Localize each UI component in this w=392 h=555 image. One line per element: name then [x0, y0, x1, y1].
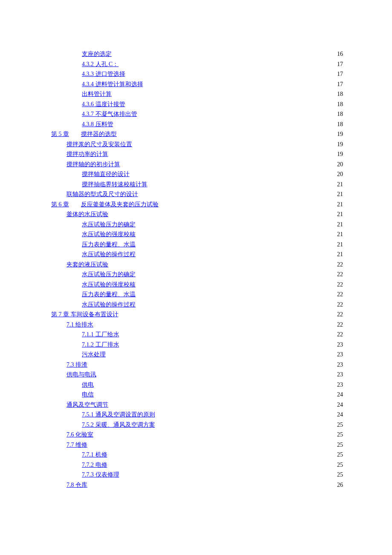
toc-link[interactable]: 水压试验的操作过程 [82, 300, 135, 310]
toc-link[interactable]: 搅拌器的选型 [81, 129, 117, 139]
toc-link[interactable]: 釜体的水压试验 [66, 209, 108, 220]
toc-link[interactable]: 压力表的量程、水温 [82, 240, 135, 250]
toc-page-number: 19 [336, 129, 343, 139]
toc-entry: 污水处理23 [51, 350, 343, 360]
toc-entry: 水压试验压力的确定21 [51, 220, 343, 230]
toc-link[interactable]: 7.1 给排水 [66, 320, 93, 330]
toc-leader [125, 70, 337, 76]
toc-page-number: 23 [336, 350, 343, 360]
toc-link[interactable]: 搅拌轴的的初步计算 [66, 159, 120, 170]
toc-link[interactable]: 通风及空气调节 [66, 400, 108, 410]
toc-entry: 供电23 [51, 380, 343, 390]
toc-leader [113, 120, 337, 126]
toc-link[interactable]: 联轴器的型式及尺寸的设计 [66, 189, 138, 199]
toc-link[interactable]: 7.5.2 采暖、通风及空调方案 [82, 420, 155, 430]
toc-leader [119, 471, 337, 477]
toc-page-number: 22 [336, 300, 343, 310]
toc-leader [108, 210, 336, 216]
toc-link[interactable]: 7.7.3 仪表修理 [82, 470, 119, 480]
toc-link[interactable]: 水压试验的强度校核 [82, 229, 135, 240]
toc-chapter-prefix[interactable]: 第 6 章 [51, 199, 69, 210]
toc-link[interactable]: 水压试验的操作过程 [82, 249, 135, 260]
toc-link[interactable]: 搅拌抽临界转速校核计算 [82, 179, 147, 190]
toc-chapter-prefix[interactable]: 第 5 章 [51, 129, 69, 139]
toc-entry: 第 6 章反应釜釜体及夹套的压力试验21 [51, 199, 343, 210]
toc-page-number: 21 [336, 249, 343, 260]
toc-link[interactable]: 4.3.4 进料管计算和选择 [82, 79, 143, 90]
toc-leader [112, 90, 336, 96]
toc-leader [87, 361, 336, 367]
toc-link[interactable]: 电信 [82, 390, 94, 400]
toc-link[interactable]: 7.3 排渣 [66, 360, 87, 370]
toc-link[interactable]: 压力表的量程、水温 [82, 289, 135, 300]
toc-entry: 搅拌抽临界转速校核计算21 [51, 179, 343, 190]
toc-leader [94, 390, 336, 396]
toc-link[interactable]: 搅拌功率的计算 [66, 149, 108, 159]
toc-entry: 7.6 化验室25 [51, 430, 343, 440]
toc-entry: 夹套的液压试验22 [51, 260, 343, 270]
toc-link[interactable]: 4.3.8 压料管 [82, 119, 113, 130]
toc-link[interactable]: 水压试验压力的确定 [82, 220, 135, 230]
toc-link[interactable]: 支座的选定 [82, 49, 112, 59]
toc-entry: 搅拌功率的计算19 [51, 149, 343, 159]
toc-entry: 搅拌浆的尺寸及安装位置19 [51, 139, 343, 150]
toc-leader [135, 290, 336, 296]
toc-link[interactable]: 4.3.6 温度计接管 [82, 99, 125, 110]
toc-entry: 搅拌轴的的初步计算20 [51, 159, 343, 170]
toc-page: 支座的选定164.3.2 人孔 C：174.3.3 进口管选择174.3.4 进… [0, 0, 392, 532]
toc-link[interactable]: 7.5.1 通风及空调设置的原则 [82, 410, 155, 420]
toc-entry: 7.3 排渣23 [51, 360, 343, 370]
toc-page-number: 21 [336, 189, 343, 199]
toc-link[interactable]: 7.7.2 电修 [82, 460, 107, 470]
toc-link[interactable]: 水压试验压力的确定 [82, 269, 135, 280]
toc-page-number: 23 [336, 370, 343, 380]
toc-leader [135, 230, 336, 236]
toc-page-number: 25 [336, 450, 343, 460]
toc-leader [87, 441, 336, 447]
toc-leader [138, 190, 336, 196]
toc-entry: 出料管计算18 [51, 89, 343, 99]
toc-entry: 水压试验压力的确定22 [51, 269, 343, 280]
toc-page-number: 21 [336, 220, 343, 230]
toc-leader [94, 381, 336, 387]
toc-link[interactable]: 4.3.2 人孔 C： [82, 59, 118, 69]
toc-page-number: 22 [336, 320, 343, 330]
toc-page-number: 19 [336, 139, 343, 150]
toc-link[interactable]: 水压试验的强度校核 [82, 280, 135, 290]
toc-entry: 7.1.1 工厂给水22 [51, 330, 343, 340]
toc-leader [135, 250, 336, 256]
toc-link[interactable]: 7.1.1 工厂给水 [82, 330, 119, 340]
toc-link[interactable]: 7.6 化验室 [66, 430, 93, 440]
toc-leader [135, 240, 336, 246]
toc-page-number: 26 [336, 480, 343, 490]
toc-entry: 4.3.7 不凝气体排出管18 [51, 109, 343, 119]
toc-link[interactable]: 7.7 维修 [66, 440, 87, 450]
toc-link[interactable]: 4.3.3 进口管选择 [82, 69, 125, 79]
toc-entry: 水压试验的操作过程21 [51, 249, 343, 260]
toc-link[interactable]: 搅拌浆的尺寸及安装位置 [66, 139, 132, 150]
toc-link[interactable]: 7.8 仓库 [66, 480, 87, 490]
toc-link[interactable]: 第 7 章 车间设备布置设计 [51, 309, 118, 320]
toc-link[interactable]: 供电 [82, 380, 94, 390]
toc-leader [135, 280, 336, 286]
toc-page-number: 22 [336, 330, 343, 340]
toc-leader [135, 270, 336, 276]
toc-link[interactable]: 夹套的液压试验 [66, 260, 108, 270]
toc-link[interactable]: 7.7.1 机修 [82, 450, 107, 460]
toc-link[interactable]: 4.3.7 不凝气体排出管 [82, 109, 137, 119]
toc-link[interactable]: 反应釜釜体及夹套的压力试验 [81, 199, 159, 210]
toc-link[interactable]: 污水处理 [82, 350, 106, 360]
toc-entry: 4.3.3 进口管选择17 [51, 69, 343, 79]
toc-entry: 通风及空气调节24 [51, 400, 343, 410]
toc-leader [118, 60, 336, 66]
toc-leader [119, 341, 337, 347]
toc-leader [117, 130, 336, 136]
toc-page-number: 18 [336, 99, 343, 110]
toc-leader [147, 180, 336, 186]
toc-link[interactable]: 供电与电讯 [66, 370, 96, 380]
toc-entry: 第 5 章搅拌器的选型19 [51, 129, 343, 139]
toc-link[interactable]: 搅拌轴直径的设计 [82, 169, 130, 179]
toc-link[interactable]: 出料管计算 [82, 89, 112, 99]
toc-link[interactable]: 7.1.2 工厂排水 [82, 340, 119, 350]
toc-entry: 7.5.1 通风及空调设置的原则24 [51, 410, 343, 420]
